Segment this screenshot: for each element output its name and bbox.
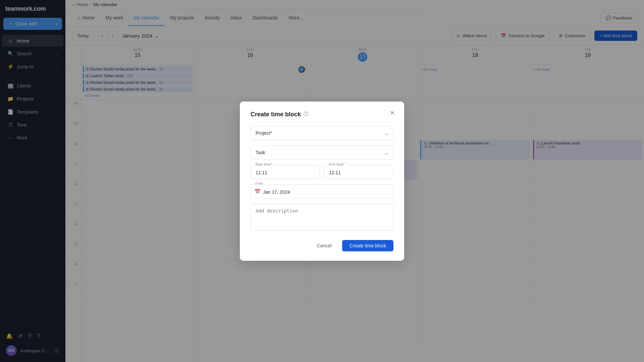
date-field-group: Date 📅 [251, 184, 393, 198]
project-field-group: Project* [251, 126, 393, 140]
calendar-icon: 📅 [255, 189, 260, 194]
modal-close-button[interactable]: ✕ [387, 108, 397, 118]
modal-footer: Cancel Create time block [251, 240, 393, 251]
project-select[interactable]: Project* [251, 126, 393, 140]
end-time-field: End time* [324, 165, 393, 179]
create-time-block-modal: Create time block ⓘ ✕ Project* Task Star… [240, 102, 404, 261]
task-select-wrapper: Task [251, 145, 393, 160]
start-time-label: Start time* [254, 162, 274, 166]
time-fields-group: Start time* End time* [251, 165, 393, 179]
date-input-wrapper: 📅 [251, 184, 393, 198]
modal-title: Create time block ⓘ [251, 111, 393, 118]
task-select[interactable]: Task [251, 145, 393, 160]
info-icon[interactable]: ⓘ [304, 111, 308, 117]
date-field: Date 📅 [251, 184, 393, 198]
description-textarea[interactable] [251, 204, 393, 231]
end-time-label: End time* [327, 162, 346, 166]
project-select-wrapper: Project* [251, 126, 393, 140]
task-field-group: Task [251, 145, 393, 160]
start-time-input[interactable] [251, 165, 320, 179]
date-input[interactable] [251, 184, 393, 198]
start-time-field: Start time* [251, 165, 320, 179]
cancel-button[interactable]: Cancel [310, 240, 338, 251]
modal-title-text: Create time block [251, 111, 301, 118]
description-field-group [251, 204, 393, 232]
modal-overlay[interactable]: Create time block ⓘ ✕ Project* Task Star… [0, 0, 644, 362]
create-time-block-button[interactable]: Create time block [342, 240, 393, 251]
end-time-input[interactable] [324, 165, 393, 179]
